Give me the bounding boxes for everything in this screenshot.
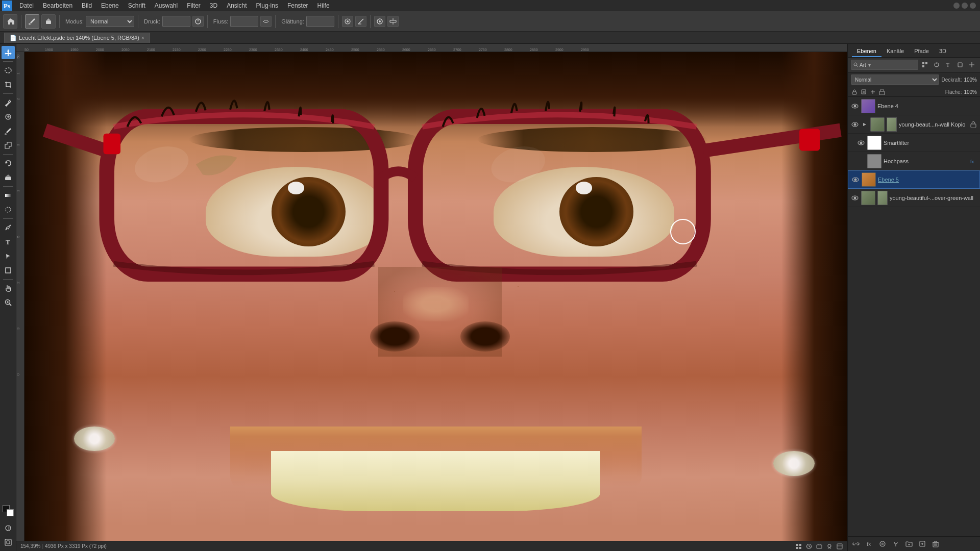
menu-plugins[interactable]: Plug-ins: [252, 1, 282, 10]
menu-filter[interactable]: Filter: [183, 1, 205, 10]
panel-tool-smart[interactable]: [967, 60, 977, 70]
add-style-button[interactable]: fx: [864, 539, 874, 549]
link-layers-button[interactable]: [851, 539, 861, 549]
statusbar-icon4[interactable]: [826, 543, 833, 550]
layer-visibility-young-orig[interactable]: [851, 194, 859, 202]
doc-tab-close-button[interactable]: ×: [141, 35, 144, 41]
minimize-button[interactable]: [953, 3, 960, 9]
add-layer-button[interactable]: [917, 539, 927, 549]
extra-tool-button[interactable]: [387, 16, 399, 27]
hand-tool[interactable]: [2, 282, 15, 295]
menu-3d[interactable]: 3D: [206, 1, 222, 10]
ltool-sep3: [3, 154, 13, 155]
svg-text:fx: fx: [867, 541, 871, 547]
layer-visibility-young-kopie[interactable]: [851, 120, 859, 129]
healing-tool[interactable]: [2, 110, 15, 123]
layer-young-kopie[interactable]: young-beaut...n-wall Kopio: [848, 115, 980, 134]
filter-input-container[interactable]: Art ▾: [851, 60, 918, 70]
screen-mode-button[interactable]: [2, 536, 15, 549]
clone-stamp-tool[interactable]: [2, 139, 15, 152]
brush-settings-button[interactable]: [374, 16, 385, 27]
color-picker[interactable]: [2, 504, 15, 518]
maximize-button[interactable]: [962, 3, 968, 9]
add-mask-button[interactable]: [877, 539, 888, 549]
shape-tool[interactable]: [2, 264, 15, 277]
home-tool-button[interactable]: [3, 14, 17, 29]
pen-tool[interactable]: [2, 221, 15, 234]
menu-bild[interactable]: Bild: [78, 1, 96, 10]
quick-mask-button[interactable]: [2, 521, 15, 535]
druck-settings-button[interactable]: [192, 16, 204, 27]
statusbar-icon2[interactable]: [805, 543, 813, 550]
tab-kanaele[interactable]: Kanäle: [881, 46, 909, 57]
panel-tool-text[interactable]: T: [943, 60, 953, 70]
zoom-tool[interactable]: [2, 296, 15, 309]
fluss-label: Fluss:: [213, 18, 228, 24]
app-icon: Ps: [2, 1, 12, 11]
druck-input[interactable]: 100%: [162, 16, 190, 27]
path-selection-tool[interactable]: [2, 249, 15, 263]
filter-dropdown-icon[interactable]: ▾: [868, 62, 871, 68]
layer-hochpass[interactable]: Hochpass fx: [848, 152, 980, 170]
fluss-input[interactable]: 2%: [230, 16, 258, 27]
modus-select[interactable]: Normal Multiplizieren Abblenden: [86, 16, 134, 27]
svg-rect-58: [922, 62, 924, 64]
layer-ebene4[interactable]: Ebene 4: [848, 97, 980, 115]
settings-icon[interactable]: [342, 16, 353, 27]
tab-pfade[interactable]: Pfade: [909, 46, 934, 57]
add-adjustment-button[interactable]: [891, 539, 901, 549]
layer-ebene5[interactable]: Ebene 5: [848, 170, 980, 189]
panel-tool-adjustment[interactable]: [932, 60, 942, 70]
statusbar-icon3[interactable]: [816, 543, 823, 550]
layer-visibility-smartfilter[interactable]: [857, 139, 865, 147]
history-brush-tool[interactable]: [2, 157, 15, 170]
statusbar-icon5[interactable]: [836, 543, 843, 550]
crop-tool[interactable]: [2, 78, 15, 91]
eyedropper-tool[interactable]: [2, 96, 15, 109]
move-tool[interactable]: [2, 46, 15, 59]
menu-schrift[interactable]: Schrift: [124, 1, 150, 10]
layer-thumb-smartfilter: [867, 136, 881, 150]
panel-tool-pixel[interactable]: [920, 60, 930, 70]
close-button[interactable]: [970, 3, 976, 9]
menu-datei[interactable]: Datei: [15, 1, 38, 10]
menu-bearbeiten[interactable]: Bearbeiten: [39, 1, 77, 10]
glattung-input[interactable]: 0%: [306, 16, 334, 27]
tab-3d[interactable]: 3D: [934, 46, 951, 57]
menu-ebene[interactable]: Ebene: [97, 1, 123, 10]
brush-tool-left[interactable]: [2, 124, 15, 138]
delete-layer-button[interactable]: [930, 539, 941, 549]
layer-visibility-ebene5[interactable]: [851, 176, 860, 184]
svg-line-51: [809, 546, 811, 547]
panel-tool-shape[interactable]: [955, 60, 965, 70]
svg-rect-54: [837, 544, 842, 549]
blend-mode-select[interactable]: Normal: [851, 74, 939, 85]
menu-fenster[interactable]: Fenster: [283, 1, 312, 10]
layers-list: Ebene 4 young-beaut...n-wall Kopio: [848, 97, 980, 536]
expand-arrow-icon[interactable]: [861, 121, 868, 128]
gradient-tool[interactable]: [2, 189, 15, 202]
text-tool[interactable]: T: [2, 235, 15, 248]
background-color[interactable]: [7, 509, 14, 516]
layer-young-orig[interactable]: young-beautiful-...over-green-wall: [848, 189, 980, 207]
menu-hilfe[interactable]: Hilfe: [313, 1, 334, 10]
tab-ebenen[interactable]: Ebenen: [852, 46, 881, 57]
menu-auswahl[interactable]: Auswahl: [151, 1, 182, 10]
canvas-area[interactable]: 50 1900 1950 2000 2050 2100 2150 2200 22…: [16, 44, 847, 551]
lasso-tool[interactable]: [2, 64, 15, 77]
eraser-tool-left[interactable]: [2, 171, 15, 184]
brush-tool-button[interactable]: [25, 14, 39, 29]
angle-icon[interactable]: [355, 16, 366, 27]
add-folder-button[interactable]: [904, 539, 914, 549]
menu-ansicht[interactable]: Ansicht: [223, 1, 251, 10]
photo-canvas[interactable]: [24, 52, 847, 551]
statusbar-icon1[interactable]: [795, 543, 802, 550]
blur-tool[interactable]: [2, 203, 15, 216]
document-tab[interactable]: 📄 Leucht Effekt.psdc bei 140% (Ebene 5, …: [4, 33, 150, 43]
layer-smartfilter[interactable]: Smartfilter: [848, 134, 980, 152]
eraser-tool-button[interactable]: [41, 14, 56, 29]
filter-label: Art: [860, 62, 866, 68]
layer-name-ebene4: Ebene 4: [877, 103, 977, 109]
layer-visibility-ebene4[interactable]: [851, 102, 859, 110]
sep1: [21, 15, 21, 28]
